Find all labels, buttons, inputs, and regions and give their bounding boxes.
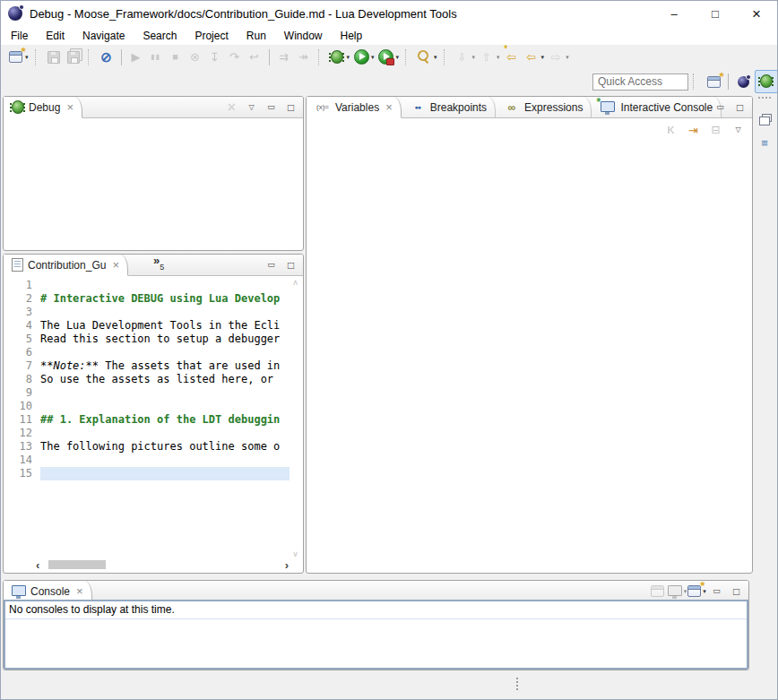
- dropdown-arrow-icon[interactable]: ▾: [434, 54, 437, 61]
- tab-interactive-console[interactable]: Interactive Console: [592, 97, 722, 117]
- tab-debug[interactable]: Debug ×: [4, 97, 82, 118]
- resume-icon: ▶: [128, 49, 144, 65]
- dropdown-arrow-icon[interactable]: ▾: [371, 54, 375, 61]
- maximize-button[interactable]: □: [282, 99, 299, 116]
- view-menu-button[interactable]: ▽: [243, 99, 260, 116]
- minimize-icon: ▭: [709, 583, 725, 600]
- open-perspective-button[interactable]: [702, 70, 725, 93]
- minimize-button[interactable]: ▭: [263, 257, 280, 273]
- minimize-icon: ▭: [713, 99, 729, 116]
- toolbar-separator: [318, 49, 323, 65]
- menu-window[interactable]: Window: [275, 27, 332, 45]
- variables-tabrow-buttons: ▭□: [712, 97, 748, 117]
- debug-perspective-button[interactable]: [755, 70, 778, 93]
- maximize-button[interactable]: □: [731, 99, 748, 116]
- lua-perspective-icon: [735, 74, 751, 91]
- editor-horizontal-scrollbar[interactable]: ‹ ›: [36, 559, 289, 570]
- skip-all-breakpoints-button[interactable]: ⊘: [97, 48, 117, 67]
- minimize-button[interactable]: ▭: [712, 99, 729, 116]
- toolbar-drag-handle: [693, 73, 697, 90]
- run-external-tools-button[interactable]: ▾: [376, 48, 402, 67]
- close-icon[interactable]: ×: [112, 258, 119, 272]
- scroll-left-icon[interactable]: ‹: [36, 558, 39, 572]
- dropdown-arrow-icon[interactable]: ▾: [541, 54, 545, 61]
- quick-access-input[interactable]: Quick Access: [592, 73, 688, 91]
- menu-navigate[interactable]: Navigate: [73, 27, 134, 45]
- editor-line: 2# Interactive DEBUG using Lua Develop: [4, 292, 290, 306]
- new-wizard-button[interactable]: ▾: [5, 48, 30, 67]
- restore-views-button[interactable]: [755, 109, 774, 129]
- line-number: 2: [4, 292, 40, 306]
- menu-help[interactable]: Help: [332, 27, 372, 45]
- step-return-icon: ↩: [246, 49, 263, 65]
- maximize-button[interactable]: □: [728, 583, 745, 600]
- editor-line-text: ## 1. Explanation of the LDT debuggin: [40, 413, 280, 427]
- titlebar: Debug - Moose_Framework/docs/Contributio…: [0, 0, 778, 27]
- search-icon: [416, 49, 432, 65]
- debug-perspective-icon: [758, 73, 774, 90]
- menu-file[interactable]: File: [2, 27, 37, 45]
- view-menu-button[interactable]: ▽: [730, 122, 747, 138]
- toolbar-separator: [121, 49, 122, 65]
- last-edit-location-button[interactable]: ⇦*: [502, 48, 522, 67]
- run-button[interactable]: ▾: [351, 48, 376, 67]
- toolbar-separator: [88, 49, 92, 65]
- separator: [728, 73, 729, 90]
- maximize-icon: □: [732, 99, 748, 116]
- scroll-down-icon[interactable]: ∨: [292, 549, 298, 558]
- forward-icon: ⇨: [548, 49, 564, 65]
- restore-views-icon: [756, 111, 773, 127]
- suspend-button: ▮▮: [146, 48, 166, 67]
- close-window-button[interactable]: ×: [736, 0, 777, 27]
- close-icon[interactable]: ×: [76, 584, 83, 598]
- editor-text-area[interactable]: 12# Interactive DEBUG using Lua Develop3…: [4, 276, 290, 559]
- sash-drag-handle[interactable]: [516, 678, 518, 679]
- debug-button[interactable]: ▾: [327, 48, 352, 67]
- editor-vertical-scrollbar[interactable]: ∧ ∨: [290, 278, 301, 558]
- file-icon: [12, 258, 23, 272]
- tab-contribution-guide[interactable]: Contribution_Gu ×: [4, 255, 128, 276]
- close-icon[interactable]: ×: [66, 100, 73, 114]
- minimize-button[interactable]: ▭: [708, 583, 725, 600]
- open-console-button[interactable]: ▾: [688, 583, 705, 600]
- line-number: 6: [4, 346, 40, 359]
- dropdown-arrow-icon[interactable]: ▾: [347, 54, 350, 61]
- window-title: Debug - Moose_Framework/docs/Contributio…: [30, 7, 457, 21]
- strip-drag-handle[interactable]: [758, 97, 771, 102]
- tab-debug-label: Debug: [29, 101, 60, 114]
- line-number: 8: [4, 373, 40, 386]
- scroll-right-icon[interactable]: ›: [285, 558, 289, 572]
- show-logical-structures-button[interactable]: ⇥: [685, 122, 702, 138]
- minimize-icon: ▭: [264, 99, 280, 116]
- back-button[interactable]: ⇦▾: [522, 48, 547, 67]
- menu-edit[interactable]: Edit: [37, 27, 73, 45]
- menu-run[interactable]: Run: [238, 27, 275, 45]
- outline-view-button[interactable]: ≡: [755, 133, 774, 152]
- hidden-editors-chevron[interactable]: » 5: [153, 255, 164, 275]
- outline-view-icon: ≡: [756, 134, 773, 151]
- toolbar-separator: [35, 49, 39, 65]
- dropdown-arrow-icon[interactable]: ▾: [396, 54, 400, 61]
- maximize-button[interactable]: □: [282, 257, 299, 273]
- minimize-window-button[interactable]: –: [653, 0, 695, 27]
- minimize-button[interactable]: ▭: [263, 99, 280, 116]
- maximize-icon: □: [283, 257, 299, 273]
- tab-variables[interactable]: (x)=Variables×: [307, 97, 402, 118]
- scroll-up-icon[interactable]: ∧: [292, 278, 298, 287]
- maximize-icon: □: [729, 583, 745, 600]
- search-button[interactable]: ▾: [414, 48, 439, 67]
- minimized-views-strip: ≡: [753, 95, 776, 364]
- menu-project[interactable]: Project: [186, 27, 237, 45]
- next-annotation-icon: ⇩: [454, 49, 471, 65]
- close-icon[interactable]: ×: [385, 100, 393, 114]
- menu-search[interactable]: Search: [134, 27, 186, 45]
- maximize-window-button[interactable]: □: [695, 0, 736, 27]
- tab-expressions[interactable]: ∞Expressions: [496, 97, 592, 117]
- variables-tabrow: (x)=Variables×●●Breakpoints∞ExpressionsI…: [307, 97, 752, 118]
- lua-perspective-button[interactable]: [731, 71, 755, 94]
- tab-breakpoints[interactable]: ●●Breakpoints: [402, 97, 496, 117]
- remove-all-terminated-icon: ×: [224, 99, 240, 116]
- resume-button: ▶: [126, 48, 146, 67]
- drop-to-frame-icon: ↠: [296, 49, 312, 65]
- scrollbar-thumb[interactable]: [48, 560, 106, 569]
